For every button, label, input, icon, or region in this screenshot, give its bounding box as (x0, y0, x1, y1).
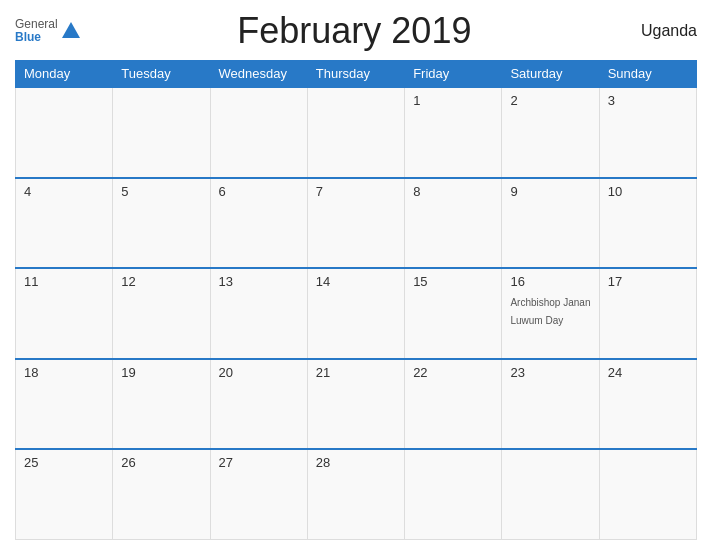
calendar-cell: 11 (16, 268, 113, 359)
calendar-cell (210, 87, 307, 178)
day-number: 3 (608, 93, 688, 108)
calendar-cell (307, 87, 404, 178)
logo-text: General Blue (15, 18, 58, 44)
day-number: 19 (121, 365, 201, 380)
day-number: 25 (24, 455, 104, 470)
logo-icon (60, 20, 82, 42)
calendar-cell: 7 (307, 178, 404, 269)
day-number: 15 (413, 274, 493, 289)
calendar-cell (405, 449, 502, 540)
calendar-week-row: 25262728 (16, 449, 697, 540)
month-title: February 2019 (82, 10, 627, 52)
weekday-header-sunday: Sunday (599, 61, 696, 88)
calendar-cell: 4 (16, 178, 113, 269)
day-number: 13 (219, 274, 299, 289)
calendar-cell: 9 (502, 178, 599, 269)
day-number: 24 (608, 365, 688, 380)
calendar-cell: 8 (405, 178, 502, 269)
calendar-cell: 25 (16, 449, 113, 540)
day-number: 28 (316, 455, 396, 470)
day-number: 18 (24, 365, 104, 380)
calendar-cell: 24 (599, 359, 696, 450)
calendar-week-row: 111213141516Archbishop Janan Luwum Day17 (16, 268, 697, 359)
calendar-cell (502, 449, 599, 540)
calendar-cell: 28 (307, 449, 404, 540)
day-number: 23 (510, 365, 590, 380)
day-number: 12 (121, 274, 201, 289)
weekday-header-tuesday: Tuesday (113, 61, 210, 88)
day-number: 9 (510, 184, 590, 199)
country-label: Uganda (627, 22, 697, 40)
calendar-cell: 13 (210, 268, 307, 359)
calendar-cell: 14 (307, 268, 404, 359)
calendar-cell (113, 87, 210, 178)
calendar-week-row: 45678910 (16, 178, 697, 269)
calendar-cell: 12 (113, 268, 210, 359)
svg-marker-0 (62, 22, 80, 38)
day-number: 5 (121, 184, 201, 199)
day-number: 17 (608, 274, 688, 289)
day-number: 6 (219, 184, 299, 199)
logo-blue: Blue (15, 31, 58, 44)
day-number: 11 (24, 274, 104, 289)
day-number: 1 (413, 93, 493, 108)
day-number: 2 (510, 93, 590, 108)
calendar-cell: 19 (113, 359, 210, 450)
weekday-header-row: MondayTuesdayWednesdayThursdayFridaySatu… (16, 61, 697, 88)
calendar-week-row: 18192021222324 (16, 359, 697, 450)
day-number: 26 (121, 455, 201, 470)
calendar-cell: 20 (210, 359, 307, 450)
calendar-week-row: 123 (16, 87, 697, 178)
weekday-header-friday: Friday (405, 61, 502, 88)
calendar-cell: 27 (210, 449, 307, 540)
logo: General Blue (15, 18, 82, 44)
weekday-header-wednesday: Wednesday (210, 61, 307, 88)
calendar-cell: 10 (599, 178, 696, 269)
day-number: 22 (413, 365, 493, 380)
day-number: 10 (608, 184, 688, 199)
day-number: 27 (219, 455, 299, 470)
calendar-cell: 18 (16, 359, 113, 450)
calendar-cell: 2 (502, 87, 599, 178)
weekday-header-saturday: Saturday (502, 61, 599, 88)
day-number: 16 (510, 274, 590, 289)
day-number: 7 (316, 184, 396, 199)
calendar-cell: 17 (599, 268, 696, 359)
calendar-cell: 16Archbishop Janan Luwum Day (502, 268, 599, 359)
weekday-header-thursday: Thursday (307, 61, 404, 88)
day-number: 14 (316, 274, 396, 289)
day-number: 8 (413, 184, 493, 199)
calendar-header: General Blue February 2019 Uganda (15, 10, 697, 52)
calendar-cell (599, 449, 696, 540)
calendar-cell: 21 (307, 359, 404, 450)
day-number: 4 (24, 184, 104, 199)
calendar-cell: 3 (599, 87, 696, 178)
day-number: 21 (316, 365, 396, 380)
calendar-cell (16, 87, 113, 178)
day-number: 20 (219, 365, 299, 380)
calendar-cell: 15 (405, 268, 502, 359)
calendar-cell: 1 (405, 87, 502, 178)
calendar-container: General Blue February 2019 Uganda Monday… (0, 0, 712, 550)
weekday-header-monday: Monday (16, 61, 113, 88)
calendar-table: MondayTuesdayWednesdayThursdayFridaySatu… (15, 60, 697, 540)
calendar-cell: 5 (113, 178, 210, 269)
calendar-cell: 22 (405, 359, 502, 450)
calendar-cell: 26 (113, 449, 210, 540)
calendar-cell: 6 (210, 178, 307, 269)
day-event: Archbishop Janan Luwum Day (510, 297, 590, 326)
calendar-cell: 23 (502, 359, 599, 450)
